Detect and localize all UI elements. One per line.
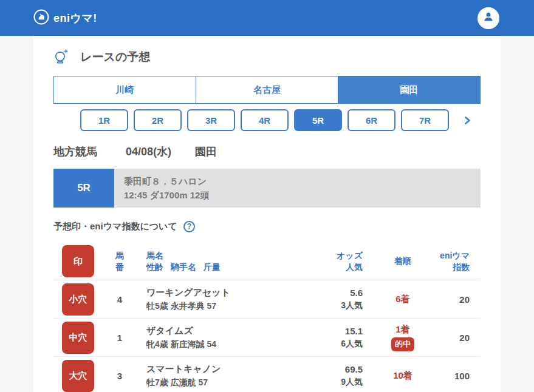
account-avatar-button[interactable] — [478, 7, 499, 29]
horse-logo-icon — [33, 9, 49, 27]
header-index: eniウマ 指数 — [427, 250, 481, 273]
hit-badge: 的中 — [391, 337, 414, 351]
odds-value: 5.6 — [314, 288, 363, 298]
header-horse-number: 馬 番 — [103, 250, 137, 273]
horse-details: 牡7歳 広瀬航 57 — [146, 377, 314, 388]
race-button-7r[interactable]: 7R — [401, 109, 449, 131]
race-date: 04/08(水) — [126, 146, 171, 158]
finish-position: 10着 — [393, 370, 412, 382]
mark-badge: 大穴 — [62, 360, 94, 392]
venue-tab-sonoda[interactable]: 園田 — [338, 76, 480, 103]
race-details: 12:45 ダ1700m 12頭 — [124, 188, 481, 202]
race-info-bar: 5R 黍田町８．５ハロン 12:45 ダ1700m 12頭 — [53, 169, 481, 208]
eniuma-index: 100 — [427, 371, 481, 381]
venue-tab-nagoya[interactable]: 名古屋 — [196, 76, 338, 103]
eniuma-index: 20 — [427, 294, 481, 305]
popularity: 3人気 — [314, 300, 363, 311]
horse-details: 牝4歳 新庄海誠 54 — [146, 339, 314, 350]
venue-tab-bar: 川崎 名古屋 園田 — [53, 76, 481, 104]
page-title: レースの予想 — [80, 49, 150, 65]
table-row: 小穴 4 ワーキングアセット 牡5歳 永井孝典 57 5.6 3人気 6着 20 — [53, 280, 481, 319]
header-odds: オッズ 人気 — [314, 250, 363, 273]
race-venue: 園田 — [195, 146, 217, 158]
odds-value: 69.5 — [314, 364, 363, 374]
header-result: 着順 — [378, 255, 427, 267]
mark-badge: 中穴 — [62, 322, 94, 354]
race-button-4r[interactable]: 4R — [241, 109, 289, 131]
person-icon — [482, 10, 495, 25]
mark-header-badge: 印 — [62, 245, 94, 277]
mark-badge: 小穴 — [62, 283, 94, 316]
race-button-6r[interactable]: 6R — [347, 109, 395, 131]
race-number-nav: 1R 2R 3R 4R 5R 6R 7R — [53, 109, 481, 131]
horse-details: 牡5歳 永井孝典 57 — [146, 301, 314, 312]
popularity: 6人気 — [314, 339, 363, 350]
race-day-row: 地方競馬 04/08(水) 園田 — [53, 144, 481, 159]
race-category: 地方競馬 — [53, 146, 97, 158]
eniuma-index: 20 — [427, 333, 481, 343]
prediction-table: 印 馬 番 馬名 性齢 騎手名 斤量 オッズ 人気 着順 eniウマ 指数 小穴 — [53, 243, 481, 392]
header-horse-name: 馬名 性齢 騎手名 斤量 — [146, 250, 314, 273]
race-number-badge: 5R — [53, 169, 114, 208]
finish-position: 1着 — [395, 324, 409, 336]
app-header: eniウマ! — [0, 0, 534, 36]
horse-number: 3 — [103, 371, 137, 381]
odds-value: 15.1 — [314, 326, 363, 336]
logo[interactable]: eniウマ! — [33, 9, 97, 27]
content-card: レースの予想 川崎 名古屋 園田 1R 2R 3R 4R 5R 6R 7R 地方… — [33, 36, 501, 392]
race-meta: 黍田町８．５ハロン 12:45 ダ1700m 12頭 — [114, 169, 481, 208]
about-row: 予想印・eniウマ指数について ? — [53, 220, 481, 233]
race-button-2r[interactable]: 2R — [134, 109, 182, 131]
table-row: 大穴 3 スマートキャノン 牡7歳 広瀬航 57 69.5 9人気 10着 10… — [53, 357, 481, 392]
popularity: 9人気 — [314, 377, 363, 388]
race-button-3r[interactable]: 3R — [187, 109, 235, 131]
race-button-1r[interactable]: 1R — [80, 109, 128, 131]
venue-tab-kawasaki[interactable]: 川崎 — [54, 76, 196, 103]
help-icon[interactable]: ? — [183, 221, 195, 232]
header-mark: 印 — [62, 245, 94, 277]
finish-position: 6着 — [395, 294, 409, 305]
horse-name: ワーキングアセット — [146, 287, 314, 299]
table-header-row: 印 馬 番 馬名 性齢 騎手名 斤量 オッズ 人気 着順 eniウマ 指数 — [53, 243, 481, 280]
logo-text: eniウマ! — [53, 11, 97, 25]
horse-number: 1 — [103, 333, 137, 343]
crystal-ball-icon — [53, 47, 70, 67]
horse-name: ザタイムズ — [146, 325, 314, 337]
chevron-right-icon[interactable] — [463, 115, 472, 126]
about-label: 予想印・eniウマ指数について — [53, 221, 177, 232]
page-title-row: レースの予想 — [53, 49, 481, 66]
horse-name: スマートキャノン — [146, 363, 314, 375]
horse-number: 4 — [103, 294, 137, 305]
table-row: 中穴 1 ザタイムズ 牝4歳 新庄海誠 54 15.1 6人気 1着 的中 20 — [53, 319, 481, 357]
race-name: 黍田町８．５ハロン — [124, 174, 481, 188]
race-button-5r[interactable]: 5R — [294, 109, 342, 131]
